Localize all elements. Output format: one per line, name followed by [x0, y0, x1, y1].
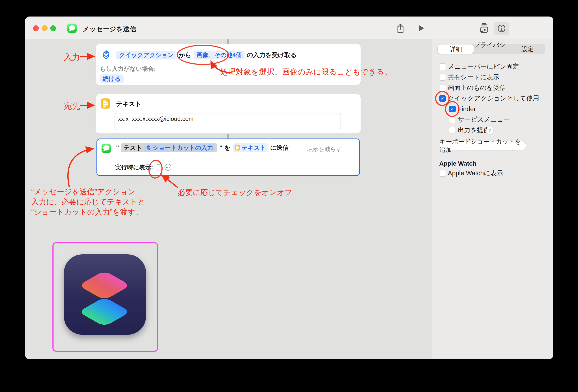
- window-title: メッセージを送信: [83, 25, 136, 34]
- annotation-input-label: 入力: [64, 52, 80, 63]
- play-icon: [418, 25, 425, 32]
- info-panel-tabs: 詳細 プライバシー 設定: [437, 44, 545, 54]
- arrow-action-note: [68, 149, 93, 187]
- tab-privacy[interactable]: プライバシー: [474, 44, 510, 54]
- close-window-button[interactable]: [33, 25, 39, 31]
- checkbox-row-quick-action[interactable]: ✓ クイックアクションとして使用: [439, 95, 539, 102]
- shortcut-input-icon: [146, 145, 151, 150]
- checkbox-row-receive-onscreen[interactable]: 画面上のものを受信: [439, 85, 506, 91]
- checkbox-unchecked[interactable]: [439, 74, 446, 81]
- receive-text: の入力を受け取る: [247, 51, 297, 59]
- arrow-checkbox-note: [163, 176, 178, 187]
- annotation-checkbox-note: 必要に応じてチェックをオンオフ: [178, 187, 292, 197]
- messages-app-icon: [67, 23, 77, 33]
- checkbox-row-share-sheet[interactable]: 共有シートに表示: [439, 74, 499, 81]
- card-divider: [115, 158, 342, 158]
- checkbox-unchecked[interactable]: [449, 116, 456, 123]
- info-icon: [497, 24, 506, 33]
- tab-details[interactable]: 詳細: [438, 45, 474, 54]
- checkbox-unchecked[interactable]: [439, 63, 446, 70]
- minimize-window-button[interactable]: [42, 25, 48, 31]
- share-button[interactable]: [396, 23, 405, 34]
- action-library-icon: [479, 23, 489, 33]
- annotation-circle-input-types: [177, 45, 229, 65]
- show-less-button[interactable]: 表示を減らす: [307, 145, 342, 153]
- checkbox-row-services-menu[interactable]: サービスメニュー: [449, 116, 510, 123]
- message-content-token[interactable]: テスト ショートカットの入力: [121, 143, 217, 152]
- annotation-action-note-line: 入力に、必要に応じてテキストと: [31, 197, 145, 207]
- help-button[interactable]: ?: [486, 127, 494, 134]
- no-input-label: もし入力がない場合:: [99, 65, 156, 73]
- annotation-types-note: 処理対象を選択。画像のみに限ることもできる。: [220, 67, 392, 77]
- checkbox-label: サービスメニュー: [458, 115, 510, 124]
- recipient-variable-label: テキスト: [242, 144, 266, 152]
- checkbox-unchecked[interactable]: [439, 170, 446, 177]
- checkbox-label: 画面上のものを受信: [448, 84, 506, 92]
- recipient-variable[interactable]: テキスト: [233, 143, 268, 152]
- run-shortcut-button[interactable]: [418, 25, 425, 32]
- input-source-token[interactable]: クイックアクション: [116, 51, 177, 59]
- particle-wo: を: [224, 144, 231, 152]
- action-card-receive-input[interactable]: クイックアクション から 画像、その他4個 の入力を受け取る もし入力がない場合…: [96, 44, 361, 85]
- close-quote: ": [219, 144, 222, 151]
- annotation-action-note-line: “ショートカットの入力”を渡す。: [31, 207, 145, 217]
- shortcut-input-variable-label: ショートカットの入力: [153, 144, 213, 152]
- checkbox-unchecked[interactable]: [439, 85, 446, 91]
- no-input-behavior-token[interactable]: 続ける: [100, 74, 124, 83]
- text-variable-icon: [235, 145, 240, 151]
- show-when-run-label: 実行時に表示:: [115, 163, 153, 171]
- shortcuts-editor-window: メッセージを送信: [25, 16, 553, 359]
- send-text: に送信: [270, 144, 289, 152]
- checkbox-label: 出力を提供: [458, 126, 490, 135]
- title-bar: メッセージを送信: [25, 16, 553, 39]
- annotation-action-note-line: “メッセージを送信”アクション: [31, 187, 145, 197]
- shortcut-input-icon: [101, 50, 111, 59]
- annotation-circle-finder: [445, 101, 460, 117]
- action-card-text[interactable]: テキスト xx.x_xxx.x.xxxx@icloud.com: [96, 94, 361, 134]
- checkbox-row-provide-output[interactable]: 出力を提供: [449, 127, 490, 134]
- checkbox-unchecked[interactable]: [449, 127, 456, 134]
- checkbox-label: 共有シートに表示: [448, 73, 499, 82]
- zoom-window-button[interactable]: [50, 25, 56, 31]
- checkbox-row-pin-menubar[interactable]: メニューバーにピン固定: [439, 63, 519, 70]
- text-action-icon: [101, 98, 110, 109]
- messages-action-icon: [101, 143, 111, 153]
- checkbox-label: Apple Watchに表示: [448, 169, 503, 178]
- info-panel-button[interactable]: [494, 22, 509, 35]
- checkbox-label: メニューバーにピン固定: [448, 62, 519, 71]
- shortcut-input-variable[interactable]: ショートカットの入力: [144, 144, 215, 151]
- literal-text: テスト: [123, 144, 142, 152]
- action-connector: [227, 134, 229, 139]
- annotation-recipient-label: 宛先: [64, 101, 80, 112]
- more-options-button[interactable]: [165, 164, 171, 171]
- action-card-send-message[interactable]: " テスト ショートカットの入力 " を: [96, 139, 360, 176]
- apple-watch-heading: Apple Watch: [439, 160, 477, 167]
- info-panel: 詳細 プライバシー 設定 メニューバーにピン固定 共有シートに表示 画面上のもの…: [432, 39, 553, 359]
- checkbox-label: Finder: [458, 105, 476, 113]
- add-keyboard-shortcut-button[interactable]: キーボードショートカットを追加: [439, 141, 526, 150]
- action-library-button[interactable]: [479, 23, 489, 33]
- shortcuts-icon-blue-diamond: [78, 297, 131, 327]
- share-icon: [396, 23, 404, 33]
- tab-settings[interactable]: 設定: [510, 44, 545, 54]
- open-quote: ": [116, 144, 119, 151]
- checkbox-row-apple-watch[interactable]: Apple Watchに表示: [439, 170, 503, 177]
- shortcuts-app-icon: [64, 254, 146, 335]
- text-action-value-field[interactable]: xx.x_xxx.x.xxxx@icloud.com: [115, 113, 341, 130]
- shortcuts-icon-pink-diamond: [78, 270, 131, 300]
- checkbox-label: クイックアクションとして使用: [448, 94, 539, 103]
- annotation-action-note: “メッセージを送信”アクション 入力に、必要に応じてテキストと “ショートカット…: [31, 187, 145, 217]
- action-connector: [227, 39, 229, 44]
- text-action-title: テキスト: [116, 100, 142, 108]
